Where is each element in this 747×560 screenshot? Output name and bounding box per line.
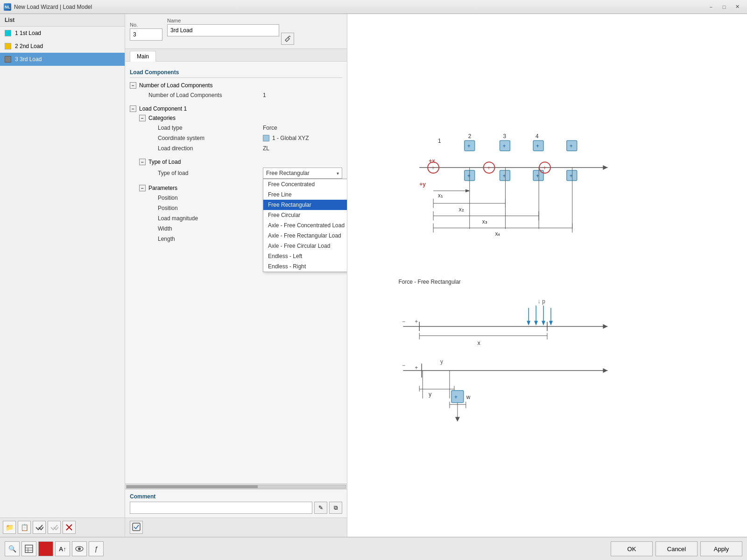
svg-text:x₄: x₄ [495, 231, 500, 237]
option-endless-left[interactable]: Endless - Left [263, 251, 347, 261]
option-free-line[interactable]: Free Line [263, 189, 347, 200]
tab-main[interactable]: Main [130, 51, 156, 62]
svg-marker-65 [603, 324, 607, 329]
collapse-type-load-btn[interactable]: − [139, 159, 146, 165]
svg-text:x₃: x₃ [482, 218, 487, 225]
uncheck-all-button[interactable] [48, 521, 61, 534]
load-components-header: Load Components [130, 66, 342, 78]
svg-text:+: + [431, 165, 435, 171]
param-position-y-label: Position [130, 205, 263, 211]
name-input[interactable] [167, 24, 279, 36]
load-direction-value: ZL [263, 145, 342, 152]
collapse-load-comp-btn[interactable]: − [130, 105, 136, 112]
svg-text:2: 2 [468, 133, 472, 140]
svg-marker-77 [603, 368, 607, 373]
close-button[interactable]: ✕ [731, 2, 743, 12]
svg-text:+: + [502, 143, 506, 149]
categories-row[interactable]: − Categories [130, 113, 342, 123]
app-icon: NL [4, 3, 11, 11]
option-free-concentrated[interactable]: Free Concentrated [263, 179, 347, 189]
option-free-circular[interactable]: Free Circular [263, 210, 347, 220]
left-panel: List 1 1st Load 2 2nd Load 3 3rd Load 📁 … [0, 14, 125, 537]
scrollbar-track[interactable] [126, 485, 346, 489]
param-width-label: Width [130, 225, 263, 232]
option-axle-free-circular[interactable]: Axle - Free Circular Load [263, 241, 347, 251]
coordinate-system-label: Coordinate system [130, 135, 263, 141]
comment-copy-button[interactable]: ⧉ [329, 502, 342, 514]
search-tool-button[interactable]: 🔍 [5, 541, 20, 556]
maximize-button[interactable]: □ [718, 2, 730, 12]
add-load-button[interactable]: 📁 [3, 521, 16, 534]
type-of-load-select-row: Type of load Free Rectangular ▾ Free Con… [130, 167, 342, 180]
svg-text:x: x [478, 340, 480, 346]
collapse-number-btn[interactable]: − [130, 82, 136, 89]
formula-tool-button[interactable]: ƒ [89, 541, 104, 556]
list-item-3[interactable]: 3 3rd Load [0, 53, 125, 66]
load-direction-row: Load direction ZL [130, 143, 342, 154]
type-of-load-row[interactable]: − Type of Load [130, 157, 342, 167]
no-field-group: No. [130, 22, 162, 41]
load-type-row: Load type Force [130, 123, 342, 133]
apply-button[interactable]: Apply [700, 541, 742, 556]
svg-text:+: + [467, 143, 471, 149]
option-axle-free-rectangular[interactable]: Axle - Free Rectangular Load [263, 231, 347, 241]
edit-name-button[interactable] [281, 33, 294, 45]
collapse-params-btn[interactable]: − [139, 185, 146, 191]
minimize-button[interactable]: − [705, 2, 717, 12]
svg-text:+: + [536, 143, 539, 149]
list-toolbar: 📁 📋 [0, 518, 125, 537]
number-of-load-components-row[interactable]: − Number of Load Components [130, 81, 342, 90]
collapse-categories-btn[interactable]: − [139, 115, 146, 121]
color-tool-button[interactable] [38, 541, 53, 556]
name-label: Name [167, 18, 294, 23]
svg-text:+: + [570, 143, 573, 149]
copy-load-button[interactable]: 📋 [18, 521, 31, 534]
load-component-1-label: Load Component 1 [139, 105, 187, 112]
comment-input[interactable] [130, 502, 312, 514]
svg-text:4: 4 [536, 133, 539, 140]
list-item-1[interactable]: 1 1st Load [0, 27, 125, 40]
svg-text:+: + [415, 364, 418, 371]
title-bar: NL New Load Wizard | Load Model − □ ✕ [0, 0, 747, 14]
load-direction-label: Load direction [130, 145, 263, 152]
comment-pencil-button[interactable]: ✎ [314, 502, 327, 514]
table-tool-button[interactable] [21, 541, 36, 556]
view-tool-button[interactable] [72, 541, 87, 556]
type-of-load-dropdown-btn[interactable]: Free Rectangular ▾ [263, 168, 342, 179]
check-all-button[interactable] [33, 521, 46, 534]
comment-row: ✎ ⧉ [130, 502, 342, 514]
categories-label: Categories [148, 115, 176, 121]
svg-text:1: 1 [438, 138, 441, 144]
load-component-1-row[interactable]: − Load Component 1 [130, 104, 342, 113]
middle-panel: No. Name Main Lo [125, 14, 347, 537]
list-item-2[interactable]: 2 2nd Load [0, 40, 125, 53]
svg-text:+: + [487, 165, 491, 171]
option-free-rectangular[interactable]: Free Rectangular [263, 200, 347, 210]
text-tool-button[interactable]: A↑ [55, 541, 70, 556]
comment-area: Comment ✎ ⧉ [125, 489, 347, 518]
option-endless-right[interactable]: Endless - Right [263, 261, 347, 272]
number-of-load-components-label: Number of Load Components [139, 82, 212, 89]
scrollbar-thumb[interactable] [127, 485, 258, 488]
svg-marker-93 [455, 417, 460, 422]
svg-line-3 [289, 36, 290, 37]
svg-point-100 [78, 547, 81, 550]
svg-text:y: y [429, 391, 431, 398]
horizontal-scrollbar[interactable] [125, 483, 347, 489]
option-axle-free-concentrated[interactable]: Axle - Free Concentrated Load [263, 220, 347, 231]
svg-text:w: w [466, 394, 471, 400]
number-of-load-components-prop-label: Number of Load Components [130, 92, 263, 98]
ok-button[interactable]: OK [611, 541, 653, 556]
delete-load-button[interactable] [63, 521, 76, 534]
svg-rect-4 [133, 523, 140, 531]
type-of-load-dropdown[interactable]: Free Rectangular ▾ Free Concentrated Fre… [263, 168, 342, 179]
param-length-label: Length [130, 236, 263, 242]
svg-text:↓ p: ↓ p [538, 298, 545, 305]
cancel-button[interactable]: Cancel [655, 541, 698, 556]
svg-text:+: + [467, 173, 471, 179]
svg-marker-27 [603, 165, 607, 170]
wizard-bottom-icon[interactable] [130, 521, 143, 534]
load-type-label: Load type [130, 125, 263, 131]
form-area: Load Components − Number of Load Compone… [125, 62, 347, 483]
no-input[interactable] [130, 28, 162, 41]
